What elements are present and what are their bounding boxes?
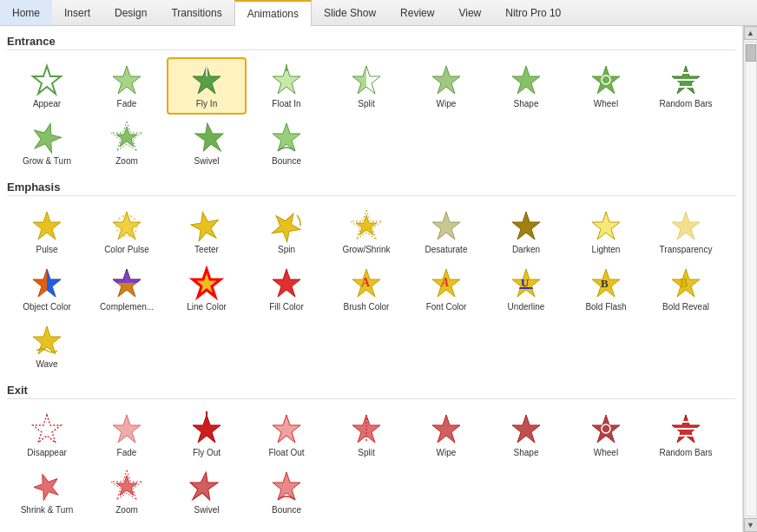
color-pulse-label: Color Pulse [104, 245, 149, 255]
pulse-label: Pulse [36, 245, 57, 255]
animations-panel: Entrance Appear Fade [0, 26, 743, 532]
scroll-up-button[interactable]: ▲ [744, 26, 758, 40]
darken-icon [509, 208, 543, 243]
menu-insert[interactable]: Insert [52, 0, 102, 25]
anim-font-color[interactable]: A Font Color [406, 260, 486, 318]
svg-marker-24 [189, 210, 221, 242]
anim-darken[interactable]: Darken [486, 203, 566, 260]
menu-review[interactable]: Review [388, 0, 446, 25]
fly-in-label: Fly In [196, 99, 217, 109]
transparency-icon [668, 208, 703, 243]
anim-fill-color[interactable]: Fill Color [247, 260, 326, 318]
anim-shape-entrance[interactable]: Shape [486, 57, 566, 115]
anim-bold-reveal[interactable]: B Bold Reveal [646, 260, 726, 318]
anim-wipe-entrance[interactable]: Wipe [406, 57, 486, 115]
teeter-icon [189, 208, 224, 243]
brush-color-icon: A [349, 266, 384, 300]
anim-fly-out[interactable]: Fly Out [167, 406, 247, 463]
fade-icon [109, 62, 144, 97]
anim-bounce-entrance[interactable]: Bounce [247, 115, 326, 172]
fly-out-label: Fly Out [193, 448, 221, 458]
menu-view[interactable]: View [446, 0, 493, 25]
disappear-label: Disappear [27, 448, 67, 458]
line-color-icon [189, 266, 224, 300]
menu-home[interactable]: Home [0, 0, 52, 25]
anim-fade[interactable]: Fade [87, 57, 167, 115]
anim-bounce-exit[interactable]: Bounce [247, 463, 326, 521]
wheel-entrance-icon [589, 62, 623, 97]
menu-animations[interactable]: Animations [234, 0, 312, 26]
fly-out-icon [189, 411, 224, 446]
anim-float-out[interactable]: Float Out [247, 406, 326, 463]
float-out-label: Float Out [268, 448, 304, 458]
anim-swivel-exit[interactable]: Swivel [167, 463, 247, 521]
anim-wheel-entrance[interactable]: Wheel [566, 57, 646, 115]
anim-split-entrance[interactable]: Split [326, 57, 406, 115]
svg-marker-52 [193, 415, 221, 443]
anim-random-bars-exit[interactable]: Random Bars [646, 406, 726, 463]
menu-design[interactable]: Design [102, 0, 159, 25]
anim-zoom-entrance[interactable]: Zoom [87, 115, 167, 172]
anim-wipe-exit[interactable]: Wipe [406, 406, 486, 463]
anim-shape-exit[interactable]: Shape [486, 406, 566, 463]
anim-fly-in[interactable]: Fly In [167, 57, 247, 115]
anim-grow-shrink[interactable]: Grow/Shrink [326, 203, 406, 260]
anim-random-bars-entrance[interactable]: Random Bars [646, 57, 726, 115]
svg-marker-36 [193, 269, 221, 297]
svg-marker-69 [273, 472, 300, 500]
scroll-thumb[interactable] [746, 44, 756, 62]
svg-marker-16 [30, 120, 63, 154]
float-in-icon [269, 62, 304, 97]
wheel-entrance-label: Wheel [594, 99, 618, 109]
svg-marker-8 [432, 66, 460, 94]
float-in-label: Float In [272, 99, 300, 109]
svg-text:A: A [361, 276, 371, 289]
menu-transitions[interactable]: Transitions [159, 0, 234, 25]
anim-transparency[interactable]: Transparency [646, 203, 726, 260]
anim-complementary[interactable]: Complemen... [87, 260, 167, 318]
entrance-grid: Appear Fade Fly In [7, 57, 735, 172]
font-color-icon: A [429, 266, 464, 300]
scroll-track[interactable] [745, 42, 757, 516]
anim-teeter[interactable]: Teeter [167, 203, 247, 260]
brush-color-label: Brush Color [344, 302, 390, 312]
svg-marker-65 [30, 470, 63, 502]
anim-color-pulse[interactable]: Color Pulse [87, 203, 167, 260]
anim-float-in[interactable]: Float In [247, 57, 326, 115]
svg-marker-68 [189, 472, 220, 500]
anim-bold-flash[interactable]: B Bold Flash [566, 260, 646, 318]
anim-appear[interactable]: Appear [7, 57, 87, 115]
anim-zoom-exit[interactable]: Zoom [87, 463, 167, 521]
fly-in-icon [189, 62, 224, 97]
anim-split-exit[interactable]: Split [326, 406, 406, 463]
anim-swivel-entrance[interactable]: Swivel [167, 115, 247, 172]
svg-marker-0 [33, 66, 61, 94]
anim-spin[interactable]: Spin [247, 203, 326, 260]
menu-nitro[interactable]: Nitro Pro 10 [493, 0, 573, 25]
fade-exit-label: Fade [117, 448, 137, 458]
svg-marker-21 [33, 212, 61, 240]
anim-wave[interactable]: Wave [7, 318, 87, 375]
anim-lighten[interactable]: Lighten [566, 203, 646, 260]
teeter-label: Teeter [194, 245, 219, 255]
anim-fade-exit[interactable]: Fade [87, 406, 167, 463]
wipe-exit-label: Wipe [437, 448, 457, 458]
desaturate-icon [429, 208, 464, 243]
spin-icon [269, 208, 304, 243]
anim-grow-turn[interactable]: Grow & Turn [7, 115, 87, 172]
anim-pulse[interactable]: Pulse [7, 203, 87, 260]
anim-wheel-exit[interactable]: Wheel [566, 406, 646, 463]
anim-disappear[interactable]: Disappear [7, 406, 87, 463]
anim-object-color[interactable]: Object Color [7, 260, 87, 318]
anim-underline[interactable]: U Underline [486, 260, 566, 318]
svg-text:A: A [440, 276, 449, 289]
exit-header: Exit [7, 384, 735, 399]
menu-slideshow[interactable]: Slide Show [312, 0, 388, 25]
scrollbar: ▲ ▼ [743, 26, 757, 532]
shape-exit-icon [509, 411, 543, 446]
anim-brush-color[interactable]: A Brush Color [326, 260, 406, 318]
anim-shrink-turn[interactable]: Shrink & Turn [7, 463, 87, 521]
anim-line-color[interactable]: Line Color [167, 260, 247, 318]
anim-desaturate[interactable]: Desaturate [406, 203, 486, 260]
scroll-down-button[interactable]: ▼ [744, 518, 758, 532]
